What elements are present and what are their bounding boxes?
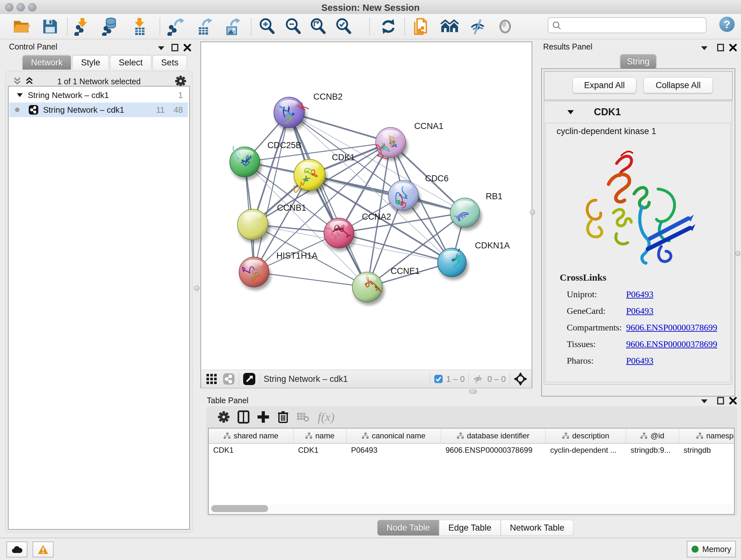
tree-expander-icon[interactable] (16, 92, 23, 98)
network-node-CDKN1A[interactable] (437, 248, 468, 280)
network-node-CDK1[interactable] (294, 159, 327, 194)
tab-select[interactable]: Select (110, 55, 151, 70)
network-node-CCNA1[interactable] (376, 127, 408, 161)
results-panel-close-icon[interactable] (729, 44, 737, 52)
cell-database-identifier[interactable]: 9606.ENSP00000378699 (441, 443, 546, 457)
open-file-button[interactable] (11, 17, 31, 37)
zoom-in-button[interactable] (257, 17, 277, 37)
delete-table-button[interactable] (293, 408, 313, 426)
share-document-button[interactable] (411, 17, 431, 37)
import-table-file-button[interactable] (130, 17, 149, 37)
show-all-button[interactable] (495, 17, 515, 37)
export-image-button[interactable] (223, 17, 243, 37)
crosslink-link[interactable]: 9606.ENSP00000378699 (626, 339, 717, 349)
tab-node-table[interactable]: Node Table (377, 520, 439, 536)
hide-selected-button[interactable] (468, 17, 488, 37)
import-network-file-button[interactable] (72, 17, 92, 37)
tab-sets[interactable]: Sets (152, 55, 187, 70)
crosslink-link[interactable]: P06493 (626, 306, 654, 316)
crosslink-link[interactable]: 9606.ENSP00000378699 (626, 322, 717, 333)
table-panel-close-icon[interactable] (729, 396, 737, 405)
network-node-CCNA2[interactable] (324, 218, 356, 251)
open-external-icon[interactable] (243, 373, 256, 385)
zoom-out-button[interactable] (283, 17, 303, 37)
show-columns-button[interactable] (233, 408, 253, 426)
results-panel-menu-icon[interactable] (700, 45, 709, 51)
export-table-button[interactable] (195, 17, 214, 37)
scrollbar-thumb[interactable] (211, 505, 268, 512)
cell-name[interactable]: CDK1 (293, 443, 347, 457)
network-view-toolbar: String Network – cdk1 1 – 0 0 – 0 (201, 370, 532, 388)
splitter-handle[interactable] (194, 286, 199, 291)
splitter-handle[interactable] (530, 209, 535, 215)
network-options-gear-icon[interactable] (175, 75, 187, 87)
table-settings-button[interactable] (214, 408, 233, 426)
export-network-button[interactable] (166, 17, 186, 37)
crosslink-link[interactable]: P06493 (626, 356, 654, 366)
cell-description[interactable]: cyclin-dependent ... (546, 443, 626, 457)
help-button[interactable]: ? (719, 17, 735, 32)
function-builder-button[interactable]: f(x) (313, 408, 340, 426)
save-session-button[interactable] (40, 17, 60, 37)
column-header-canonical-name[interactable]: canonical name (347, 428, 441, 443)
section-expander-icon[interactable] (566, 109, 575, 115)
control-panel-title: Control Panel (9, 42, 57, 51)
splitter-handle[interactable] (735, 251, 740, 256)
cell--id[interactable]: stringdb:9... (626, 443, 679, 457)
horizontal-splitter-handle[interactable] (469, 389, 477, 394)
network-node-HIST1H1A[interactable] (239, 257, 271, 290)
delete-column-button[interactable] (273, 408, 293, 426)
column-header-database-identifier[interactable]: database identifier (441, 428, 546, 443)
birds-eye-grid-icon[interactable] (206, 374, 217, 384)
tab-edge-table[interactable]: Edge Table (439, 520, 501, 536)
column-header--id[interactable]: @id (626, 428, 679, 443)
column-header-shared-name[interactable]: shared name (209, 428, 293, 443)
column-header-name[interactable]: name (293, 428, 347, 443)
gene-name: CDK1 (594, 106, 621, 118)
network-node-CDC25B[interactable] (230, 146, 262, 180)
cloud-icon (11, 545, 23, 554)
expand-all-button[interactable]: Expand All (572, 77, 636, 93)
add-column-button[interactable] (253, 408, 273, 426)
fit-content-crosshair-icon[interactable] (514, 372, 527, 386)
cell-canonical-name[interactable]: P06493 (347, 443, 441, 457)
memory-button[interactable]: Memory (687, 541, 736, 557)
control-panel-menu-icon[interactable] (157, 45, 165, 51)
tab-string[interactable]: String (620, 54, 656, 69)
zoom-fit-button[interactable] (308, 17, 328, 37)
gene-section-header[interactable]: CDK1 (544, 101, 732, 123)
control-panel-float-icon[interactable] (171, 44, 179, 52)
tab-network-table[interactable]: Network Table (501, 520, 574, 536)
update-button[interactable] (379, 17, 398, 37)
zoom-selected-button[interactable] (334, 17, 354, 37)
network-node-CDC6[interactable] (388, 180, 421, 213)
results-panel-float-icon[interactable] (717, 44, 724, 52)
cell-namespace[interactable]: stringdb (679, 443, 734, 457)
crosslink-link[interactable]: P06493 (626, 289, 654, 300)
table-panel-float-icon[interactable] (717, 396, 724, 405)
network-edges[interactable] (245, 112, 465, 287)
horizontal-scrollbar[interactable] (211, 504, 732, 513)
warning-status-button[interactable] (32, 542, 54, 557)
network-canvas[interactable]: CCNB2CCNA1CDC25BCDK1CDC6RB1CCNB1CCNA2CDK… (201, 42, 532, 370)
collapse-all-button[interactable]: Collapse All (643, 77, 713, 93)
tab-network[interactable]: Network (22, 55, 71, 70)
network-overview-button[interactable] (440, 17, 460, 37)
cell-shared-name[interactable]: CDK1 (209, 443, 293, 457)
column-header-namespace[interactable]: namespace (679, 428, 734, 443)
search-input[interactable] (548, 17, 706, 33)
column-label: name (315, 431, 334, 440)
network-node-RB1[interactable] (450, 198, 482, 231)
import-network-database-button[interactable] (100, 17, 120, 37)
control-panel-close-icon[interactable] (183, 44, 192, 52)
table-panel-menu-icon[interactable] (700, 398, 709, 404)
tab-style[interactable]: Style (72, 55, 109, 70)
column-header-description[interactable]: description (546, 428, 626, 443)
selected-checkbox-icon[interactable] (434, 374, 443, 383)
network-collection-row[interactable]: String Network – cdk1 1 (9, 88, 188, 103)
network-share-icon[interactable] (223, 373, 235, 385)
network-row-selected[interactable]: String Network – cdk1 11 48 (9, 103, 188, 117)
cloud-status-button[interactable] (6, 542, 27, 557)
network-tab-content: 1 of 1 Network selected String Network –… (5, 71, 193, 533)
table-row[interactable]: CDK1CDK1P064939606.ENSP00000378699cyclin… (209, 443, 734, 457)
